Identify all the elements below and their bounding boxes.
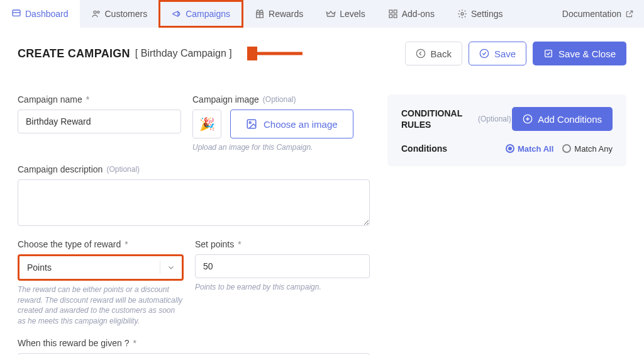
nav-label: Dashboard — [25, 9, 69, 19]
optional-mark: (Optional) — [263, 95, 296, 104]
back-label: Back — [431, 48, 452, 59]
check-circle-icon — [479, 48, 489, 59]
match-any-label: Match Any — [574, 144, 613, 154]
match-all-radio[interactable]: Match All — [506, 144, 553, 154]
reward-type-label: Choose the type of reward * — [18, 239, 184, 249]
arrow-annotation-icon — [247, 47, 304, 60]
campaign-description-input[interactable] — [18, 179, 370, 226]
set-points-label: Set points * — [195, 239, 370, 249]
users-icon — [91, 9, 101, 19]
required-mark: * — [125, 239, 128, 249]
label-text: Campaign description — [18, 164, 103, 174]
svg-rect-14 — [247, 120, 256, 128]
svg-point-10 — [416, 49, 425, 57]
nav-label: Campaigns — [186, 9, 230, 19]
gear-icon — [457, 9, 467, 19]
reward-type-value: Points — [27, 262, 52, 273]
megaphone-icon — [172, 9, 182, 19]
nav-campaigns[interactable]: Campaigns — [158, 0, 243, 28]
label-text: Campaign name — [18, 94, 82, 104]
campaign-name-label: Campaign name * — [18, 94, 181, 104]
nav-label: Add-ons — [402, 9, 435, 19]
svg-point-8 — [461, 13, 464, 15]
conditional-rules-title: CONDITIONAL RULES — [401, 108, 470, 130]
nav-dashboard[interactable]: Dashboard — [0, 0, 80, 28]
label-text: Choose the type of reward — [18, 239, 121, 249]
campaign-image-help: Upload an image for this Campaign. — [192, 142, 370, 153]
choose-image-button[interactable]: Choose an image — [230, 110, 353, 138]
match-any-radio[interactable]: Match Any — [562, 144, 613, 154]
save-close-label: Save & Close — [558, 48, 616, 59]
page-header: CREATE CAMPAIGN [ Birthday Campaign ] Ba… — [18, 42, 626, 65]
nav-rewards[interactable]: Rewards — [243, 0, 314, 28]
reward-type-select[interactable]: Points — [19, 256, 182, 279]
match-all-label: Match All — [518, 144, 553, 154]
radio-dot-icon — [506, 144, 514, 153]
when-given-label: When this reward be given ? * — [18, 338, 370, 348]
svg-rect-5 — [394, 10, 397, 13]
conditions-label: Conditions — [401, 144, 447, 154]
campaign-form: Campaign name * Campaign image (Optional… — [18, 94, 370, 355]
choose-image-label: Choose an image — [264, 119, 338, 130]
set-points-input[interactable] — [195, 254, 370, 278]
required-mark: * — [133, 338, 136, 348]
label-text: Set points — [195, 239, 234, 249]
back-arrow-icon — [416, 48, 426, 59]
doc-label: Documentation — [562, 9, 621, 19]
radio-dot-icon — [562, 144, 571, 153]
campaign-description-label: Campaign description (Optional) — [18, 164, 370, 174]
cond-title-text: CONDITIONAL RULES — [401, 108, 470, 130]
nav-addons[interactable]: Add-ons — [377, 0, 446, 28]
documentation-link[interactable]: Documentation — [562, 9, 634, 19]
nav-label: Settings — [471, 9, 503, 19]
set-points-help: Points to be earned by this campaign. — [195, 282, 370, 293]
optional-mark: (Optional) — [478, 115, 511, 123]
nav-customers[interactable]: Customers — [80, 0, 159, 28]
svg-point-1 — [94, 11, 96, 13]
label-text: When this reward be given ? — [18, 338, 129, 348]
save-button[interactable]: Save — [469, 42, 526, 65]
external-link-icon — [625, 9, 634, 18]
svg-rect-12 — [545, 50, 552, 57]
nav-label: Rewards — [269, 9, 303, 19]
gift-icon — [255, 9, 265, 19]
optional-mark: (Optional) — [106, 165, 140, 174]
save-close-button[interactable]: Save & Close — [533, 42, 626, 65]
nav-label: Customers — [105, 9, 148, 19]
conditional-rules-panel: CONDITIONAL RULES (Optional) Add Conditi… — [387, 94, 626, 166]
image-preview-box: 🎉 — [192, 110, 221, 138]
dashboard-icon — [11, 9, 21, 19]
svg-rect-7 — [394, 14, 397, 18]
plus-circle-icon — [523, 114, 533, 124]
save-label: Save — [494, 48, 516, 59]
svg-rect-6 — [389, 14, 392, 18]
nav-settings[interactable]: Settings — [446, 0, 514, 28]
campaign-image-label: Campaign image (Optional) — [192, 94, 370, 104]
crown-icon — [326, 9, 336, 19]
required-mark: * — [86, 94, 89, 104]
back-button[interactable]: Back — [405, 42, 462, 65]
required-mark: * — [238, 239, 241, 249]
svg-point-2 — [97, 11, 99, 13]
page-subtitle: [ Birthday Campaign ] — [135, 48, 232, 59]
save-close-icon — [543, 48, 553, 59]
svg-point-13 — [249, 121, 251, 123]
label-text: Campaign image — [192, 94, 259, 104]
campaign-name-input[interactable] — [18, 110, 181, 133]
nav-label: Levels — [340, 9, 365, 19]
page-title: CREATE CAMPAIGN — [18, 47, 130, 60]
svg-point-11 — [480, 49, 488, 57]
image-upload-icon — [246, 118, 257, 130]
add-conditions-button[interactable]: Add Conditions — [512, 107, 613, 131]
party-popper-icon: 🎉 — [199, 116, 215, 132]
reward-type-help: The reward can be either points or a dis… — [18, 285, 184, 327]
nav-levels[interactable]: Levels — [314, 0, 376, 28]
add-conditions-label: Add Conditions — [538, 114, 602, 125]
svg-rect-4 — [389, 10, 392, 13]
grid-icon — [388, 9, 398, 19]
top-nav: Dashboard Customers Campaigns Rewards Le… — [0, 0, 644, 28]
